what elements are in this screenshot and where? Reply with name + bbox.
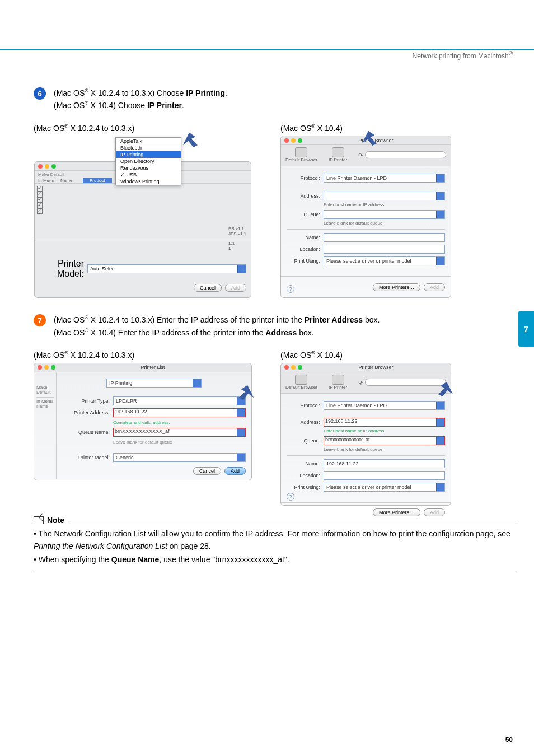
help-icon[interactable]: ? bbox=[287, 493, 294, 501]
minimize-icon[interactable] bbox=[45, 164, 49, 169]
printer-model-select[interactable]: Auto Select bbox=[87, 264, 246, 273]
name-label: Name: bbox=[287, 235, 320, 240]
menu-ip-printing[interactable]: IP Printing bbox=[116, 151, 181, 158]
connection-type-select[interactable]: IP Printing bbox=[106, 379, 202, 388]
more-printers-button[interactable]: More Printers… bbox=[373, 283, 420, 291]
col-in-menu: In Menu bbox=[38, 178, 60, 183]
zoom-icon[interactable] bbox=[51, 365, 55, 370]
queue-label: Queue: bbox=[287, 212, 320, 217]
window-title: Printer Browser bbox=[305, 365, 447, 370]
printer-type-select[interactable]: LPD/LPR bbox=[113, 396, 246, 405]
menu-rendezvous[interactable]: Rendezvous bbox=[116, 165, 181, 171]
minimize-icon[interactable] bbox=[44, 365, 49, 370]
add-button[interactable]: Add bbox=[225, 284, 246, 292]
queue-input[interactable]: brnxxxxxxxxxxxx_at bbox=[324, 436, 445, 445]
search-input[interactable] bbox=[365, 151, 446, 158]
screenshot-2: Printer Browser Default Browser IP Print… bbox=[280, 136, 451, 298]
protocol-select[interactable]: Line Printer Daemon - LPD bbox=[324, 174, 445, 183]
printer-address-label: Printer Address: bbox=[62, 410, 110, 416]
note-item-2: When specifying the Queue Name, use the … bbox=[34, 554, 516, 566]
add-button[interactable]: Add bbox=[424, 508, 445, 516]
queue-hint: Leave blank for default queue. bbox=[324, 447, 445, 452]
step-7-body: (Mac OS® X 10.2.4 to 10.3.x) Enter the I… bbox=[54, 314, 380, 339]
menu-open-directory[interactable]: Open Directory bbox=[116, 158, 181, 165]
chapter-tab: 7 bbox=[518, 311, 534, 347]
pointer-arrow-icon bbox=[359, 129, 378, 146]
close-icon[interactable] bbox=[38, 164, 43, 169]
more-printers-button[interactable]: More Printers… bbox=[373, 508, 420, 516]
reg-mark: ® bbox=[509, 50, 513, 57]
minimize-icon[interactable] bbox=[291, 138, 296, 143]
close-icon[interactable] bbox=[284, 365, 289, 370]
search-input[interactable] bbox=[365, 379, 446, 386]
col-label-right-1: (Mac OS® X 10.4) bbox=[280, 123, 516, 133]
name-input[interactable] bbox=[324, 233, 445, 242]
zoom-icon[interactable] bbox=[298, 365, 302, 370]
print-using-label: Print Using: bbox=[287, 258, 320, 264]
window-title: Printer List bbox=[58, 365, 248, 370]
location-input[interactable] bbox=[324, 471, 445, 480]
printer-browser-toolbar: Default Browser IP Printer Q- bbox=[281, 145, 451, 166]
col-label-left-1: (Mac OS® X 10.2.4 to 10.3.x) bbox=[34, 123, 269, 133]
product-version-column: PS v1.1 JPS v1.1 1.1 1 bbox=[228, 226, 246, 251]
cancel-button[interactable]: Cancel bbox=[194, 284, 222, 292]
add-button[interactable]: Add bbox=[424, 283, 445, 291]
zoom-icon[interactable] bbox=[298, 138, 302, 143]
note-list: The Network Configuration List will allo… bbox=[34, 528, 516, 566]
queue-name-input[interactable]: brnXXXXXXXXXXXX_af bbox=[113, 428, 246, 437]
location-input[interactable] bbox=[324, 245, 445, 254]
printer-model-select[interactable]: Generic bbox=[113, 453, 246, 462]
col-label-left-2: (Mac OS® X 10.2.4 to 10.3.x) bbox=[34, 350, 269, 360]
step-7-badge: 7 bbox=[34, 314, 46, 326]
zoom-icon[interactable] bbox=[51, 164, 56, 169]
connection-type-menu[interactable]: AppleTalk Bluetooth IP Printing Open Dir… bbox=[115, 137, 181, 185]
queue-input[interactable] bbox=[324, 210, 445, 219]
note-icon bbox=[34, 516, 44, 524]
printer-type-label: Printer Type: bbox=[62, 398, 110, 404]
print-using-select[interactable]: Please select a driver or printer model bbox=[324, 256, 445, 265]
menu-bluetooth[interactable]: Bluetooth bbox=[116, 144, 181, 151]
cancel-button[interactable]: Cancel bbox=[193, 467, 221, 475]
pointer-arrow-icon bbox=[180, 130, 199, 147]
menu-windows-printing[interactable]: Windows Printing bbox=[116, 178, 181, 185]
menu-usb[interactable]: USB bbox=[116, 171, 181, 178]
queue-label: Queue: bbox=[287, 438, 320, 444]
protocol-select[interactable]: Line Printer Daemon - LPD bbox=[324, 401, 445, 410]
printer-model-label: Printer Model: bbox=[39, 259, 84, 279]
print-using-label: Print Using: bbox=[287, 484, 320, 490]
ip-printer-button[interactable]: IP Printer bbox=[329, 147, 347, 162]
queue-hint: Leave blank for default queue bbox=[113, 440, 246, 445]
default-browser-button[interactable]: Default Browser bbox=[285, 375, 317, 390]
ip-printer-button[interactable]: IP Printer bbox=[329, 375, 347, 390]
col-name: Name bbox=[60, 178, 83, 183]
address-input[interactable] bbox=[324, 192, 445, 200]
location-label: Location: bbox=[287, 246, 320, 252]
default-browser-button[interactable]: Default Browser bbox=[285, 147, 317, 162]
close-icon[interactable] bbox=[284, 138, 289, 143]
note-title: Note bbox=[47, 516, 64, 525]
printer-model-label: Printer Model: bbox=[62, 455, 110, 460]
pointer-arrow-icon bbox=[238, 383, 257, 400]
menu-appletalk[interactable]: AppleTalk bbox=[116, 138, 181, 144]
address-label: Address: bbox=[287, 419, 320, 425]
page-number: 50 bbox=[505, 736, 513, 744]
pointer-arrow-icon bbox=[437, 380, 456, 396]
running-header: Network printing from Macintosh® bbox=[0, 50, 534, 70]
queue-hint: Leave blank for default queue. bbox=[324, 221, 445, 226]
name-input[interactable]: 192.168.11.22 bbox=[324, 459, 445, 468]
close-icon[interactable] bbox=[38, 365, 42, 370]
note-bottom-rule bbox=[34, 571, 516, 571]
add-button[interactable]: Add bbox=[224, 467, 246, 475]
address-label: Address: bbox=[287, 193, 320, 199]
address-hint: Enter host name or IP address. bbox=[324, 428, 445, 433]
top-bar bbox=[0, 0, 534, 50]
protocol-label: Protocol: bbox=[287, 403, 320, 408]
address-input[interactable]: 192.168.11.22 bbox=[324, 418, 445, 427]
queue-name-label: Queue Name: bbox=[62, 430, 110, 435]
protocol-label: Protocol: bbox=[287, 175, 320, 181]
print-using-select[interactable]: Please select a driver or printer model bbox=[324, 483, 445, 492]
printer-address-input[interactable]: 192.168.11.22 bbox=[113, 408, 246, 417]
minimize-icon[interactable] bbox=[291, 365, 296, 370]
address-hint: Complete and valid address. bbox=[113, 420, 246, 425]
step-6: 6 (Mac OS® X 10.2.4 to 10.3.x) Choose IP… bbox=[34, 87, 516, 112]
